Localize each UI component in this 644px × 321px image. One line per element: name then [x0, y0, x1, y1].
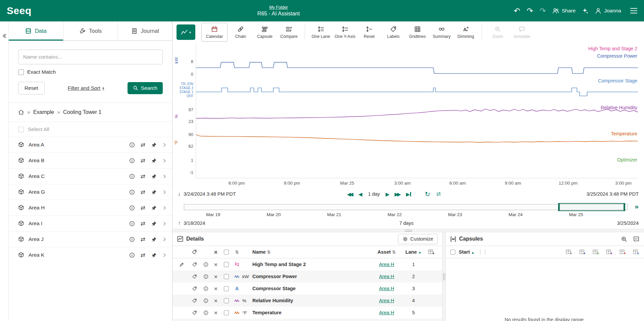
- row-checkbox[interactable]: [224, 286, 229, 291]
- tool-one-lane[interactable]: One Lane: [310, 23, 332, 42]
- tool-capsule[interactable]: Capsule: [254, 23, 276, 42]
- info-icon[interactable]: [201, 298, 211, 303]
- asset-row-area-h[interactable]: Area H ⇄: [9, 200, 172, 215]
- item-tag-icon[interactable]: [188, 274, 201, 279]
- chevron-right-icon[interactable]: [162, 221, 167, 226]
- remove-all-icon[interactable]: ×: [211, 249, 221, 255]
- my-folder-link[interactable]: My Folder: [269, 5, 288, 10]
- capsule-table-icon-red[interactable]: [620, 249, 626, 255]
- chevron-right-icon[interactable]: [162, 190, 167, 195]
- item-tag-icon[interactable]: [188, 262, 201, 267]
- investigate-duration[interactable]: 7 days: [399, 220, 414, 226]
- info-icon[interactable]: [129, 142, 135, 148]
- redo-icon[interactable]: ↷: [527, 7, 533, 15]
- info-icon[interactable]: [201, 286, 211, 291]
- asset-link[interactable]: Area H: [379, 274, 394, 279]
- undo-icon[interactable]: ↶: [514, 7, 520, 15]
- swap-icon[interactable]: ⇄: [141, 189, 145, 196]
- asset-link[interactable]: Area H: [379, 298, 394, 303]
- asset-link[interactable]: Area H: [379, 286, 394, 291]
- capsule-table-icon-gray[interactable]: [566, 249, 572, 255]
- pin-icon[interactable]: [151, 205, 157, 211]
- capsule-table-icon-blue[interactable]: [579, 249, 586, 255]
- swap-icon[interactable]: ⇄: [141, 157, 145, 164]
- swap-icon[interactable]: ⇄: [141, 236, 145, 243]
- remove-icon[interactable]: ×: [211, 298, 221, 304]
- tab-journal[interactable]: Journal: [118, 21, 172, 41]
- capsule-table-icon-purple[interactable]: [606, 249, 612, 255]
- menu-icon[interactable]: [628, 8, 637, 14]
- info-icon[interactable]: [129, 221, 135, 227]
- tab-data[interactable]: Data: [9, 21, 63, 41]
- pin-icon[interactable]: [151, 189, 157, 195]
- zoom-to-capsule-icon[interactable]: [621, 236, 627, 242]
- investigate-range-start[interactable]: 3/18/2024: [184, 220, 205, 226]
- remove-icon[interactable]: ×: [211, 310, 221, 316]
- asset-row-area-j[interactable]: Area J ⇄: [9, 231, 172, 247]
- details-row-compressor-stage[interactable]: × A Compressor Stage Area H 3: [172, 282, 442, 295]
- item-tag-icon[interactable]: [188, 310, 201, 315]
- breadcrumb-example[interactable]: Example: [33, 109, 54, 115]
- item-name[interactable]: High Temp and Stage 2: [252, 262, 370, 267]
- tool-reset[interactable]: Reset: [358, 23, 380, 42]
- tag-column-icon[interactable]: [188, 249, 201, 255]
- info-icon[interactable]: [201, 310, 211, 315]
- pin-icon[interactable]: [151, 252, 157, 258]
- customize-button[interactable]: Customize: [398, 234, 438, 244]
- pin-icon[interactable]: [151, 158, 157, 164]
- tool-gridlines[interactable]: Gridlines: [406, 23, 429, 42]
- seeq-logo[interactable]: Seeq: [7, 5, 32, 16]
- lane-column-header[interactable]: Lane ▲: [403, 249, 424, 255]
- exact-match-checkbox[interactable]: [18, 69, 24, 75]
- tool-summary[interactable]: Summary: [431, 23, 453, 42]
- details-row-high-temp[interactable]: × High Temp and Stage 2 Area H 1: [172, 258, 442, 270]
- row-checkbox[interactable]: [224, 310, 229, 315]
- item-name[interactable]: Compressor Power: [252, 274, 370, 279]
- item-tag-icon[interactable]: [188, 286, 201, 291]
- chevron-right-icon[interactable]: [162, 237, 167, 242]
- pin-icon[interactable]: [151, 142, 157, 148]
- chevron-right-icon[interactable]: [162, 205, 167, 210]
- row-checkbox[interactable]: [224, 262, 229, 267]
- scrubber-selection[interactable]: [558, 203, 626, 211]
- horizontal-splitter[interactable]: [172, 229, 644, 232]
- item-name[interactable]: Temperature: [252, 310, 370, 315]
- tool-compare[interactable]: Compare: [278, 23, 300, 42]
- capsules-select-all-checkbox[interactable]: [450, 250, 455, 255]
- row-checkbox[interactable]: [224, 298, 229, 303]
- refresh-icon[interactable]: ↻: [425, 191, 430, 197]
- tab-tools[interactable]: Tools: [63, 21, 118, 41]
- swap-icon[interactable]: ⇄: [141, 252, 145, 259]
- asset-row-area-b[interactable]: Area B ⇄: [9, 152, 172, 168]
- view-selector-button[interactable]: ▾: [177, 24, 195, 40]
- display-range-start[interactable]: 3/24/2024 3:48 PM PDT: [184, 191, 236, 197]
- display-range-end[interactable]: 3/25/2024 3:48 PM PDT: [586, 191, 639, 197]
- drag-handle-icon[interactable]: ⋮⋮: [478, 249, 487, 255]
- chevron-right-icon[interactable]: [162, 142, 167, 147]
- swap-icon[interactable]: ⇄: [141, 220, 145, 227]
- capsule-table-icon-green[interactable]: [593, 249, 599, 255]
- item-tag-icon[interactable]: [188, 298, 201, 303]
- investigate-range-end[interactable]: 3/25/2024: [617, 220, 639, 226]
- asset-row-area-a[interactable]: Area A ⇄: [9, 137, 172, 152]
- info-icon[interactable]: [129, 174, 135, 179]
- pin-icon[interactable]: [151, 221, 157, 227]
- info-icon[interactable]: [129, 158, 135, 164]
- details-select-all-checkbox[interactable]: [224, 250, 229, 255]
- remove-icon[interactable]: ×: [211, 261, 221, 268]
- remove-icon[interactable]: ×: [211, 273, 221, 280]
- pin-icon[interactable]: [151, 237, 157, 242]
- asset-link[interactable]: Area H: [379, 262, 394, 267]
- info-icon[interactable]: [201, 262, 211, 267]
- capsule-table-icon-lightblue[interactable]: [633, 249, 639, 255]
- tool-labels[interactable]: Labels: [382, 23, 404, 42]
- tool-calendar[interactable]: Calendar: [201, 23, 228, 42]
- name-contains-input[interactable]: [18, 50, 163, 64]
- asset-column-header[interactable]: Asset ⇅: [370, 249, 403, 255]
- display-duration[interactable]: 1 day: [367, 191, 381, 197]
- asset-link[interactable]: Area H: [379, 310, 394, 315]
- step-back-half-icon[interactable]: ◀◀: [347, 192, 353, 197]
- user-menu[interactable]: Joanna: [595, 8, 621, 14]
- details-row-compressor-power[interactable]: × kW Compressor Power Area H 2: [172, 270, 442, 282]
- details-row-temperature[interactable]: × °F Temperature Area H 5: [172, 307, 442, 319]
